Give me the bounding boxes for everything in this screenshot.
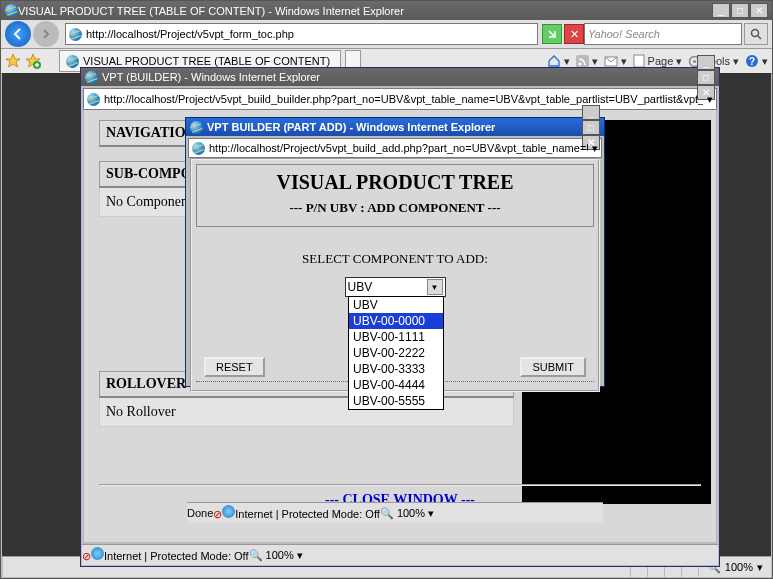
partadd-address-text: http://localhost/Project/v5vpt_build_add… bbox=[209, 142, 588, 154]
dropdown-arrow-icon[interactable]: ▾ bbox=[592, 142, 598, 155]
tab-label: VISUAL PRODUCT TREE (TABLE OF CONTENT) bbox=[83, 55, 330, 67]
search-box[interactable]: Yahoo! Search bbox=[584, 23, 742, 45]
partadd-window-title: VPT BUILDER (PART ADD) - Windows Interne… bbox=[207, 121, 495, 133]
component-select-value: UBV bbox=[348, 280, 373, 294]
svg-rect-3 bbox=[576, 55, 589, 68]
nav-toolbar: http://localhost/Project/v5vpt_form_toc.… bbox=[1, 20, 772, 49]
submit-button[interactable]: SUBMIT bbox=[520, 357, 586, 377]
feeds-button[interactable]: ▾ bbox=[576, 55, 598, 68]
rollover-section-body: No Rollover bbox=[99, 398, 514, 427]
reset-button[interactable]: RESET bbox=[204, 357, 265, 377]
partadd-content: VISUAL PRODUCT TREE --- P/N UBV : ADD CO… bbox=[190, 158, 600, 382]
svg-point-8 bbox=[693, 60, 696, 63]
builder-title-bar: VPT (BUILDER) - Windows Internet Explore… bbox=[81, 68, 719, 86]
partadd-zoom-control[interactable]: 🔍 100% ▾ bbox=[380, 507, 434, 520]
add-favorite-icon[interactable] bbox=[25, 53, 41, 69]
form-label: SELECT COMPONENT TO ADD: bbox=[196, 251, 594, 267]
svg-point-0 bbox=[751, 29, 758, 36]
form-heading: VISUAL PRODUCT TREE bbox=[201, 171, 589, 194]
partadd-status-bar: Done ⊘Internet | Protected Mode: Off 🔍 1… bbox=[187, 502, 603, 523]
help-button[interactable]: ?▾ bbox=[745, 54, 768, 68]
globe-icon bbox=[222, 505, 235, 518]
component-option[interactable]: UBV-00-0000 bbox=[349, 313, 443, 329]
partadd-maximize-button[interactable]: □ bbox=[582, 120, 600, 135]
address-text: http://localhost/Project/v5vpt_form_toc.… bbox=[86, 28, 534, 40]
status-done: Done bbox=[187, 507, 213, 519]
ie-icon bbox=[190, 121, 203, 134]
page-menu[interactable]: Page ▾ bbox=[633, 54, 683, 68]
builder-window-title: VPT (BUILDER) - Windows Internet Explore… bbox=[102, 71, 320, 83]
builder-status-bar: ⊘Internet | Protected Mode: Off 🔍 100% ▾ bbox=[82, 544, 718, 565]
partadd-address-bar[interactable]: http://localhost/Project/v5vpt_build_add… bbox=[188, 138, 602, 158]
component-option[interactable]: UBV-00-4444 bbox=[349, 377, 443, 393]
favorites-star-icon[interactable] bbox=[5, 53, 21, 69]
form-subheading: --- P/N UBV : ADD COMPONENT --- bbox=[201, 200, 589, 216]
svg-text:?: ? bbox=[749, 56, 755, 67]
component-option[interactable]: UBV-00-3333 bbox=[349, 361, 443, 377]
forward-button[interactable] bbox=[33, 21, 59, 47]
ie-icon bbox=[5, 4, 18, 17]
chevron-down-icon: ▼ bbox=[427, 279, 443, 295]
component-dropdown: UBVUBV-00-0000UBV-00-1111UBV-00-2222UBV-… bbox=[348, 296, 444, 410]
svg-rect-6 bbox=[634, 55, 644, 67]
component-option[interactable]: UBV-00-2222 bbox=[349, 345, 443, 361]
main-title-bar: VISUAL PRODUCT TREE (TABLE OF CONTENT) -… bbox=[1, 1, 772, 20]
ie-icon bbox=[85, 71, 98, 84]
builder-minimize-button[interactable]: _ bbox=[697, 55, 715, 70]
tab-icon bbox=[66, 55, 79, 68]
partadd-title-bar: VPT BUILDER (PART ADD) - Windows Interne… bbox=[186, 118, 604, 136]
page-icon bbox=[87, 93, 100, 106]
page-icon bbox=[192, 142, 205, 155]
stop-button[interactable]: ✕ bbox=[564, 24, 584, 44]
home-button[interactable]: ▾ bbox=[547, 54, 570, 68]
partadd-window: VPT BUILDER (PART ADD) - Windows Interne… bbox=[185, 117, 605, 387]
component-option[interactable]: UBV-00-1111 bbox=[349, 329, 443, 345]
svg-point-4 bbox=[578, 62, 581, 65]
builder-maximize-button[interactable]: □ bbox=[697, 70, 715, 85]
builder-address-text: http://localhost/Project/v5vpt_build_bui… bbox=[104, 93, 703, 105]
minimize-button[interactable]: _ bbox=[712, 3, 730, 18]
svg-line-1 bbox=[758, 36, 761, 39]
component-option[interactable]: UBV bbox=[349, 297, 443, 313]
search-placeholder: Yahoo! Search bbox=[588, 28, 660, 40]
globe-icon bbox=[91, 547, 104, 560]
page-icon bbox=[69, 28, 82, 41]
maximize-button[interactable]: □ bbox=[731, 3, 749, 18]
main-window-title: VISUAL PRODUCT TREE (TABLE OF CONTENT) -… bbox=[18, 5, 404, 17]
back-button[interactable] bbox=[5, 21, 31, 47]
component-option[interactable]: UBV-00-5555 bbox=[349, 393, 443, 409]
mail-button[interactable]: ▾ bbox=[604, 55, 627, 68]
dropdown-arrow-icon[interactable]: ▾ bbox=[707, 93, 713, 106]
partadd-minimize-button[interactable]: _ bbox=[582, 105, 600, 120]
builder-zoom-control[interactable]: 🔍 100% ▾ bbox=[249, 549, 303, 562]
builder-address-bar[interactable]: http://localhost/Project/v5vpt_build_bui… bbox=[83, 88, 717, 110]
component-select[interactable]: UBV ▼ UBVUBV-00-0000UBV-00-1111UBV-00-22… bbox=[345, 277, 446, 297]
address-bar[interactable]: http://localhost/Project/v5vpt_form_toc.… bbox=[65, 23, 538, 45]
close-button[interactable]: ✕ bbox=[750, 3, 768, 18]
search-button[interactable] bbox=[744, 23, 768, 45]
refresh-button[interactable] bbox=[542, 24, 562, 44]
